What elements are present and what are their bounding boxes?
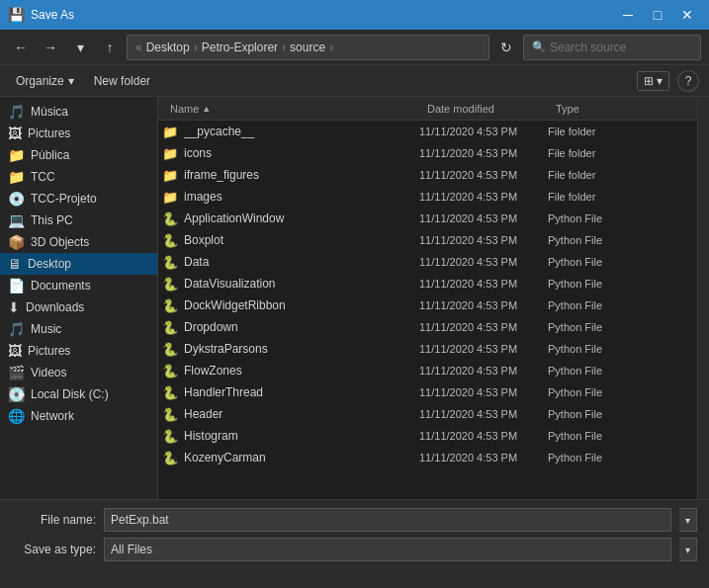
column-header-type[interactable]: Type: [548, 103, 693, 115]
folder-icon: 📁: [162, 168, 178, 183]
file-date-cell: 11/11/2020 4:53 PM: [419, 408, 548, 420]
file-date-cell: 11/11/2020 4:53 PM: [419, 299, 548, 311]
sidebar-item-network[interactable]: 🌐Network: [0, 405, 157, 427]
table-row[interactable]: 📁 icons 11/11/2020 4:53 PM File folder: [158, 142, 697, 164]
sidebar-icon-network: 🌐: [8, 408, 25, 424]
table-row[interactable]: 🐍 FlowZones 11/11/2020 4:53 PM Python Fi…: [158, 360, 697, 381]
up-button[interactable]: ↑: [97, 35, 123, 60]
file-type-cell: File folder: [548, 191, 693, 203]
bottom-form: File name: ▾ Save as type: ▾: [0, 499, 709, 588]
sidebar-item-local-disk[interactable]: 💽Local Disk (C:): [0, 383, 157, 405]
table-row[interactable]: 🐍 DykstraParsons 11/11/2020 4:53 PM Pyth…: [158, 338, 697, 360]
filename-input[interactable]: [111, 513, 665, 527]
file-date-cell: 11/11/2020 4:53 PM: [419, 365, 548, 377]
file-name-cell: 🐍 DykstraParsons: [162, 342, 419, 357]
sidebar-item-tcc[interactable]: 📁TCC: [0, 166, 157, 188]
file-name: Header: [184, 407, 222, 421]
help-button[interactable]: ?: [677, 70, 699, 92]
view-icon: ⊞: [644, 74, 654, 88]
file-date-cell: 11/11/2020 4:53 PM: [419, 147, 548, 159]
table-row[interactable]: 🐍 Boxplot 11/11/2020 4:53 PM Python File: [158, 229, 697, 251]
file-date-cell: 11/11/2020 4:53 PM: [419, 169, 548, 181]
saveastype-input[interactable]: [111, 543, 665, 556]
file-name: icons: [184, 146, 212, 160]
sidebar-label-tcc-projeto: TCC-Projeto: [31, 192, 97, 206]
table-row[interactable]: 🐍 Header 11/11/2020 4:53 PM Python File: [158, 403, 697, 425]
file-list-header: Name ▲ Date modified Type: [158, 97, 697, 121]
file-date-cell: 11/11/2020 4:53 PM: [419, 191, 548, 203]
file-name-cell: 📁 icons: [162, 146, 419, 161]
table-row[interactable]: 🐍 Data 11/11/2020 4:53 PM Python File: [158, 251, 697, 273]
sidebar-icon-pictures2: 🖼: [8, 343, 22, 359]
sidebar-item-musica[interactable]: 🎵Música: [0, 101, 157, 123]
sidebar-icon-tcc: 📁: [8, 169, 25, 185]
new-folder-button[interactable]: New folder: [88, 71, 156, 91]
column-header-name[interactable]: Name ▲: [162, 103, 419, 115]
toolbar: Organize ▾ New folder ⊞ ▾ ?: [0, 65, 709, 97]
python-file-icon: 🐍: [162, 451, 178, 465]
sidebar-icon-local-disk: 💽: [8, 386, 25, 402]
sidebar-item-tcc-projeto[interactable]: 💿TCC-Projeto: [0, 188, 157, 210]
sidebar-item-videos[interactable]: 🎬Videos: [0, 362, 157, 383]
back-button[interactable]: ←: [8, 35, 34, 60]
sidebar-item-desktop[interactable]: 🖥Desktop: [0, 253, 157, 275]
sidebar-item-publica[interactable]: 📁Pública: [0, 144, 157, 166]
table-row[interactable]: 📁 images 11/11/2020 4:53 PM File folder: [158, 186, 697, 208]
table-row[interactable]: 🐍 ApplicationWindow 11/11/2020 4:53 PM P…: [158, 208, 697, 229]
sidebar-label-pictures2: Pictures: [28, 344, 70, 358]
sidebar-label-local-disk: Local Disk (C:): [31, 387, 109, 401]
column-header-date[interactable]: Date modified: [419, 103, 548, 115]
sidebar-item-3d-objects[interactable]: 📦3D Objects: [0, 231, 157, 253]
file-name-cell: 🐍 DockWidgetRibbon: [162, 298, 419, 313]
minimize-button[interactable]: ─: [614, 5, 642, 25]
sidebar-item-downloads[interactable]: ⬇Downloads: [0, 296, 157, 318]
table-row[interactable]: 🐍 Dropdown 11/11/2020 4:53 PM Python Fil…: [158, 316, 697, 338]
sidebar-item-this-pc[interactable]: 💻This PC: [0, 210, 157, 231]
table-row[interactable]: 🐍 Histogram 11/11/2020 4:53 PM Python Fi…: [158, 425, 697, 447]
table-row[interactable]: 🐍 DockWidgetRibbon 11/11/2020 4:53 PM Py…: [158, 294, 697, 316]
file-date-cell: 11/11/2020 4:53 PM: [419, 234, 548, 246]
file-name: DockWidgetRibbon: [184, 298, 286, 312]
table-row[interactable]: 🐍 KozenyCarman 11/11/2020 4:53 PM Python…: [158, 447, 697, 468]
breadcrumb-part-source: source: [290, 41, 325, 54]
refresh-button[interactable]: ↻: [493, 35, 519, 60]
breadcrumb-arrow-1: ›: [194, 41, 198, 54]
table-row[interactable]: 📁 iframe_figures 11/11/2020 4:53 PM File…: [158, 164, 697, 186]
table-row[interactable]: 📁 __pycache__ 11/11/2020 4:53 PM File fo…: [158, 121, 697, 142]
sidebar-icon-tcc-projeto: 💿: [8, 191, 25, 207]
forward-button[interactable]: →: [38, 35, 63, 60]
filename-dropdown-button[interactable]: ▾: [679, 508, 697, 532]
sidebar-label-videos: Videos: [31, 366, 66, 379]
saveastype-input-wrapper: [104, 538, 671, 561]
sidebar-icon-downloads: ⬇: [8, 299, 20, 315]
organize-label: Organize: [16, 74, 64, 88]
sidebar-item-pictures1[interactable]: 🖼Pictures: [0, 123, 157, 144]
python-file-icon: 🐍: [162, 233, 178, 248]
file-date-cell: 11/11/2020 4:53 PM: [419, 212, 548, 224]
sidebar-item-pictures2[interactable]: 🖼Pictures: [0, 340, 157, 362]
scrollbar-track[interactable]: [697, 97, 709, 499]
recent-button[interactable]: ▾: [67, 35, 93, 60]
breadcrumb-part-desktop: Desktop: [146, 41, 190, 54]
close-button[interactable]: ✕: [673, 5, 701, 25]
file-name-cell: 🐍 FlowZones: [162, 364, 419, 378]
table-row[interactable]: 🐍 DataVisualization 11/11/2020 4:53 PM P…: [158, 273, 697, 294]
file-type-cell: Python File: [548, 452, 693, 463]
sidebar: 🎵Música🖼Pictures📁Pública📁TCC💿TCC-Projeto…: [0, 97, 158, 499]
file-type-cell: Python File: [548, 212, 693, 224]
saveastype-label: Save as type:: [12, 543, 96, 556]
breadcrumb[interactable]: « Desktop › Petro-Explorer › source ›: [127, 35, 489, 60]
sidebar-item-music[interactable]: 🎵Music: [0, 318, 157, 340]
search-input[interactable]: [550, 41, 692, 54]
maximize-button[interactable]: □: [644, 5, 671, 25]
organize-button[interactable]: Organize ▾: [10, 71, 80, 91]
sidebar-label-desktop: Desktop: [28, 257, 71, 271]
sidebar-item-documents[interactable]: 📄Documents: [0, 275, 157, 296]
file-type-cell: Python File: [548, 278, 693, 290]
saveastype-dropdown-button[interactable]: ▾: [679, 538, 697, 561]
filename-label: File name:: [12, 513, 96, 527]
table-row[interactable]: 🐍 HandlerThread 11/11/2020 4:53 PM Pytho…: [158, 381, 697, 403]
sidebar-label-tcc: TCC: [31, 170, 55, 184]
python-file-icon: 🐍: [162, 277, 178, 292]
view-button[interactable]: ⊞ ▾: [637, 71, 669, 91]
